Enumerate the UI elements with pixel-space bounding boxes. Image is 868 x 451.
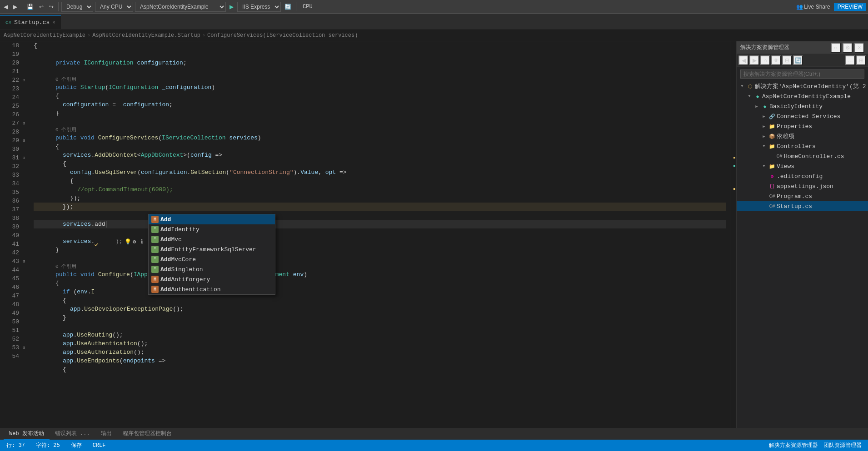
code-content[interactable]: { private IConfiguration configuration; … (30, 41, 730, 428)
tab-bar: C# Startup.cs × (0, 14, 868, 30)
tree-item-project[interactable]: ▼ ◆ AspNetCoreIdentityExample (737, 91, 868, 101)
tab-close-button[interactable]: × (52, 20, 55, 25)
code-line-35: }); (34, 203, 726, 211)
tree-label-project: AspNetCoreIdentityExample (762, 93, 851, 100)
tree-item-views[interactable]: ▼ 📁 Views (737, 161, 868, 171)
cs-icon-program: C# (768, 193, 776, 200)
tree-arrow-project: ▼ (746, 93, 753, 100)
tree-item-appsettings[interactable]: ▶ {} appsettings.json (737, 181, 868, 191)
ac-item-addmvccore[interactable]: * AddMvcCore (149, 254, 275, 264)
se-back-button[interactable]: ◀ (738, 55, 748, 65)
editorconfig-icon: ⚙ (768, 173, 776, 180)
tree-item-editorconfig[interactable]: ▶ ⚙ .editorconfig (737, 171, 868, 181)
status-git-changes[interactable]: 团队资源管理器 (821, 441, 864, 449)
marker-green-1 (733, 165, 735, 167)
bottom-tab-output[interactable]: 输出 (95, 428, 117, 440)
tree-item-solution[interactable]: ▼ ⬡ 解决方案'AspNetCoreIdentity'(第 2 个项目, 共 … (737, 81, 868, 91)
collapse-53[interactable]: ⊟ (23, 345, 25, 350)
ac-label-addentity: AddEntityFrameworkSqlServer (160, 246, 272, 253)
se-show-all-button[interactable]: 👁 (771, 55, 781, 65)
ac-icon-ext: * (151, 226, 159, 233)
ac-item-addantiforgery[interactable]: M AddAntiforgery (149, 274, 275, 284)
save-all-button[interactable]: 💾 (25, 3, 35, 11)
ac-item-addidentity[interactable]: * AddIdentity (149, 224, 275, 234)
build-config-select[interactable]: Debug (61, 2, 93, 12)
undo-button[interactable]: ↩ (37, 3, 45, 11)
tree-item-homecontroller[interactable]: ▶ C# HomeController.cs (737, 151, 868, 161)
code-line-52: app.UseAuthorization(); (34, 348, 726, 357)
live-share-button[interactable]: 👥 Live Share (794, 3, 832, 11)
toolbar: ◀ ▶ 💾 ↩ ↪ Debug Any CPU AspNetCoreIdenti… (0, 0, 868, 14)
se-sync-button[interactable]: ↔ (831, 43, 841, 53)
se-home-button[interactable]: ⌂ (760, 55, 770, 65)
editor-scrollbar[interactable] (730, 41, 736, 428)
ac-icon-ext3: * (151, 246, 159, 253)
ac-item-addsingleton[interactable]: * AddSingleton (149, 264, 275, 274)
ac-item-addmvc[interactable]: * AddMvc (149, 234, 275, 244)
tree-item-basiclyidentity[interactable]: ▶ ◆ BasiclyIdentity (737, 101, 868, 111)
solution-icon: ⬡ (747, 83, 754, 90)
se-forward-button[interactable]: ▶ (749, 55, 759, 65)
breadcrumb-part1[interactable]: AspNetCoreIdentityExample (4, 32, 85, 39)
code-line-40: } (34, 246, 726, 254)
back-button[interactable]: ◀ (2, 3, 10, 11)
tree-item-program[interactable]: ▶ C# Program.cs (737, 191, 868, 201)
preview-button[interactable]: PREVIEW (834, 3, 866, 11)
code-line-ref-27: 0 个引用 (34, 126, 726, 134)
tree-item-dependencies[interactable]: ▶ 📦 依赖项 (737, 131, 868, 141)
collapse-43[interactable]: ⊟ (23, 259, 25, 264)
se-close-button[interactable]: × (854, 43, 864, 53)
bottom-tab-package[interactable]: 程序包管理器控制台 (117, 428, 177, 440)
ac-icon-m2: M (151, 276, 159, 283)
tree-item-connected-services[interactable]: ▶ 🔗 Connected Services (737, 111, 868, 121)
ac-item-add[interactable]: M Add (149, 214, 275, 224)
marker-yellow-1 (733, 157, 735, 159)
bottom-tab-errors[interactable]: 错误列表 ... (50, 428, 95, 440)
ac-icon-method: M (151, 216, 159, 223)
tree-item-startup[interactable]: ▶ C# Startup.cs (737, 201, 868, 211)
redo-button[interactable]: ↪ (47, 3, 55, 11)
collapse-31[interactable]: ⊟ (23, 155, 25, 160)
status-encoding[interactable]: 保存 (68, 441, 85, 449)
status-right: 解决方案资源管理器 团队资源管理器 (766, 441, 864, 449)
code-line-50: app.UseRouting(); (34, 331, 726, 339)
code-wrapper: 18 19 20 21 22 23 24 25 26 27 28 29 30 3… (0, 41, 736, 428)
status-row[interactable]: 行: 37 (4, 441, 28, 449)
code-line-45: if (env.I (34, 287, 726, 296)
collapse-27[interactable]: ⊟ (23, 121, 25, 126)
project-select[interactable]: AspNetCoreIdentityExample (135, 2, 226, 12)
breadcrumb-part2[interactable]: AspNetCoreIdentityExample.Startup (92, 32, 200, 39)
status-line-ending[interactable]: CRLF (90, 442, 109, 449)
tree-label-views: Views (777, 163, 794, 170)
se-preview-button[interactable]: ⊞ (856, 55, 866, 65)
ac-item-addentity[interactable]: * AddEntityFrameworkSqlServer (149, 244, 275, 254)
se-refresh-button[interactable]: 🔄 (793, 55, 803, 65)
bottom-tab-web[interactable]: Web 发布活动 (4, 428, 50, 440)
code-line-26 (34, 118, 726, 126)
status-solution-explorer[interactable]: 解决方案资源管理器 (766, 441, 821, 449)
se-filter-button[interactable]: … (845, 55, 855, 65)
code-line-ref-22: 0 个引用 (34, 76, 726, 83)
tree-item-controllers[interactable]: ▼ 📁 Controllers (737, 141, 868, 151)
tree-label-basicly: BasiclyIdentity (769, 103, 823, 110)
se-settings-button[interactable]: ⚙ (843, 43, 853, 53)
refresh-button[interactable]: 🔄 (283, 3, 293, 11)
se-collapse-all-button[interactable]: ⊟ (782, 55, 792, 65)
forward-button[interactable]: ▶ (11, 3, 19, 11)
tab-startup-cs[interactable]: C# Startup.cs × (0, 15, 61, 29)
autocomplete-dropdown[interactable]: M Add * AddIdentity * AddMvc * AddEntity… (148, 214, 275, 295)
tree-label-editorconfig: .editorconfig (777, 173, 823, 180)
collapse-22[interactable]: ⊟ (23, 78, 25, 83)
project-icon: ◆ (754, 93, 761, 100)
run-button[interactable]: ▶ (228, 3, 235, 11)
sep2 (58, 2, 59, 11)
status-col[interactable]: 字符: 25 (33, 441, 63, 449)
collapse-29[interactable]: ⊟ (23, 138, 25, 143)
breadcrumb-part3[interactable]: ConfigureServices(IServiceCollection ser… (207, 32, 358, 39)
cpu-select[interactable]: Any CPU (95, 2, 133, 12)
tree-arrow-deps: ▶ (760, 133, 768, 140)
se-search-input[interactable] (740, 69, 864, 79)
ac-item-addauth[interactable]: M AddAuthentication (149, 284, 275, 294)
iis-select[interactable]: IIS Express (237, 2, 281, 12)
tree-item-properties[interactable]: ▶ 📁 Properties (737, 121, 868, 131)
